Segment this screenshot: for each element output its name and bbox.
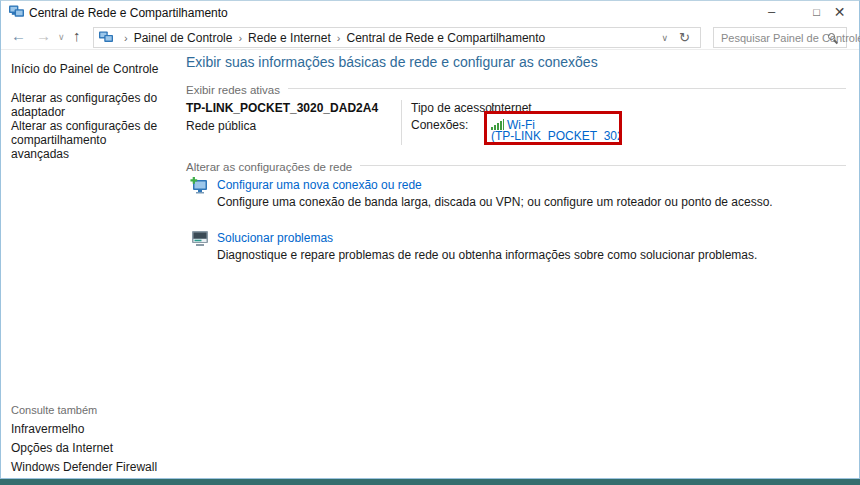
wifi-connection-link-line2[interactable]: (TP-LINK_POCKET_3020_DA xyxy=(491,129,622,143)
forward-button: → xyxy=(36,27,51,44)
sidebar-item-windows-defender-firewall[interactable]: Windows Defender Firewall xyxy=(11,460,163,474)
change-settings-section-header: Alterar as configurações de rede xyxy=(186,157,846,173)
window-frame: Central de Rede e Compartilhamento – □ ✕… xyxy=(0,0,860,479)
page-title: Exibir suas informações básicas de rede … xyxy=(186,54,598,70)
breadcrumb-network-sharing-center[interactable]: Central de Rede e Compartilhamento xyxy=(346,31,545,45)
breadcrumb: ›Painel de Controle›Rede e Internet›Cent… xyxy=(118,31,545,45)
connections-label: Conexões: xyxy=(411,118,468,132)
breadcrumb-separator: › xyxy=(118,32,134,44)
network-category: Rede pública xyxy=(186,119,256,133)
breadcrumb-separator: › xyxy=(331,32,347,44)
breadcrumb-network-internet[interactable]: Rede e Internet xyxy=(248,31,331,45)
sidebar-item-change-advanced-sharing[interactable]: Alterar as configurações de compartilham… xyxy=(11,119,163,161)
close-button[interactable]: ✕ xyxy=(817,1,860,24)
troubleshoot-link[interactable]: Solucionar problemas xyxy=(217,231,333,245)
desktop-background-strip xyxy=(0,479,860,485)
title-bar: Central de Rede e Compartilhamento – □ ✕ xyxy=(1,1,859,24)
refresh-icon[interactable]: ↻ xyxy=(679,30,690,45)
access-type-label: Tipo de acesso: xyxy=(411,101,495,115)
up-button[interactable]: ↑ xyxy=(73,27,81,44)
see-also-header: Consulte também xyxy=(11,404,97,416)
network-center-icon xyxy=(9,5,24,19)
address-dropdown-chevron-icon[interactable]: ∨ xyxy=(661,33,668,43)
search-placeholder: Pesquisar Painel de Controle xyxy=(721,32,860,44)
setup-new-connection-link[interactable]: Configurar uma nova conexão ou rede xyxy=(217,178,422,192)
network-info-divider xyxy=(401,100,402,145)
active-networks-label: Exibir redes ativas xyxy=(186,84,288,96)
troubleshoot-icon xyxy=(190,230,210,248)
setup-new-connection-description: Configure uma conexão de banda larga, di… xyxy=(217,195,773,210)
back-button[interactable]: ← xyxy=(11,27,26,44)
sidebar-item-infrared[interactable]: Infravermelho xyxy=(11,422,163,436)
recent-pages-chevron-icon[interactable]: ∨ xyxy=(58,32,65,42)
troubleshoot-description: Diagnostique e repare problemas de rede … xyxy=(217,248,757,263)
sidebar-item-change-adapter-settings[interactable]: Alterar as configurações do adaptador xyxy=(11,91,163,119)
change-settings-label: Alterar as configurações de rede xyxy=(186,161,360,173)
minimize-button[interactable]: – xyxy=(749,1,794,24)
address-network-icon xyxy=(99,31,113,44)
breadcrumb-separator: › xyxy=(232,32,248,44)
breadcrumb-control-panel[interactable]: Painel de Controle xyxy=(134,31,233,45)
setup-new-connection-icon xyxy=(190,177,210,195)
window-title: Central de Rede e Compartilhamento xyxy=(29,6,228,20)
active-networks-section-header: Exibir redes ativas xyxy=(186,80,846,96)
search-box[interactable]: Pesquisar Painel de Controle xyxy=(713,27,847,48)
network-sharing-center-window: Central de Rede e Compartilhamento – □ ✕… xyxy=(0,0,860,485)
sidebar-item-control-panel-home[interactable]: Início do Painel de Controle xyxy=(11,62,163,76)
sidebar-item-internet-options[interactable]: Opções da Internet xyxy=(11,441,163,455)
network-name: TP-LINK_POCKET_3020_DAD2A4 xyxy=(186,101,378,115)
highlight-rectangle: Wi-Fi (TP-LINK_POCKET_3020_DA xyxy=(484,111,622,145)
search-icon[interactable] xyxy=(828,33,838,43)
navigation-toolbar: ← → ∨ ↑ ›Painel de Controle›Rede e Inter… xyxy=(1,24,859,50)
address-bar[interactable]: ›Painel de Controle›Rede e Internet›Cent… xyxy=(93,27,701,48)
